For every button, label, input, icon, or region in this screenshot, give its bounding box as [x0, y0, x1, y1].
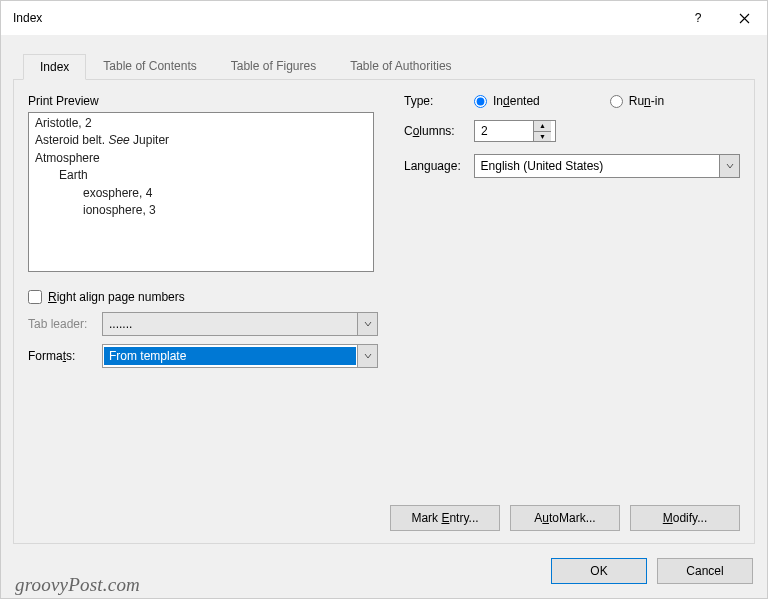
watermark: groovyPost.com — [15, 574, 140, 596]
spin-down-icon[interactable]: ▼ — [534, 132, 551, 142]
runin-radio[interactable] — [610, 95, 623, 108]
formats-label: Formats: — [28, 349, 102, 363]
modify-button[interactable]: Modify...Modify... — [630, 505, 740, 531]
indented-radio[interactable] — [474, 95, 487, 108]
columns-input[interactable] — [475, 121, 533, 141]
tab-panel-index: Print Preview Aristotle, 2 Asteroid belt… — [13, 79, 755, 544]
help-button[interactable]: ? — [675, 2, 721, 34]
tab-tof[interactable]: Table of Figures — [214, 53, 333, 79]
titlebar: Index ? — [1, 1, 767, 35]
columns-label: Columns: — [404, 124, 474, 138]
preview-line: Atmosphere — [35, 150, 367, 167]
index-dialog: Index ? Index Table of Contents Table of… — [0, 0, 768, 599]
right-align-row: RRight align page numbersight align page… — [28, 290, 378, 304]
preview-line: Earth — [35, 167, 367, 184]
preview-line: exosphere, 4 — [35, 185, 367, 202]
columns-spinner[interactable]: ▲ ▼ — [474, 120, 556, 142]
language-dropdown[interactable]: English (United States) — [474, 154, 740, 178]
tabstrip: Index Table of Contents Table of Figures… — [23, 53, 469, 79]
formats-row: Formats: Formats: From template — [28, 344, 378, 368]
chevron-down-icon — [357, 345, 377, 367]
dialog-footer: OK Cancel — [551, 558, 753, 584]
window-title: Index — [13, 11, 675, 25]
tab-leader-dropdown[interactable]: ....... — [102, 312, 378, 336]
tab-leader-label: Tab leader: — [28, 317, 102, 331]
runin-label: Run-in — [629, 94, 664, 108]
chevron-down-icon — [719, 155, 739, 177]
automark-button[interactable]: AutoMark...AutoMark... — [510, 505, 620, 531]
left-column: Print Preview Aristotle, 2 Asteroid belt… — [28, 94, 378, 368]
language-label: Language: — [404, 159, 474, 173]
formats-dropdown[interactable]: From template — [102, 344, 378, 368]
right-column: Type: Indented Indented Run-in Run-in Co… — [404, 94, 740, 190]
spin-up-icon[interactable]: ▲ — [534, 121, 551, 132]
tab-toa[interactable]: Table of Authorities — [333, 53, 468, 79]
close-button[interactable] — [721, 2, 767, 34]
type-label: Type: — [404, 94, 474, 108]
print-preview-box[interactable]: Aristotle, 2 Asteroid belt. See Jupiter … — [28, 112, 374, 272]
spinner-buttons: ▲ ▼ — [533, 121, 551, 141]
columns-row: Columns: Columns: ▲ ▼ — [404, 120, 740, 142]
tab-toc[interactable]: Table of Contents — [86, 53, 213, 79]
indented-label: Indented — [493, 94, 540, 108]
tab-leader-row: Tab leader: ....... — [28, 312, 378, 336]
preview-line: ionosphere, 3 — [35, 202, 367, 219]
preview-line: Asteroid belt. See Jupiter — [35, 132, 367, 149]
runin-radio-wrap[interactable]: Run-in Run-in — [610, 94, 664, 108]
formats-value: From template — [104, 347, 356, 365]
mark-entry-button[interactable]: Mark Entry...Mark Entry... — [390, 505, 500, 531]
preview-line: Aristotle, 2 — [35, 115, 367, 132]
right-align-label: RRight align page numbersight align page… — [48, 290, 185, 304]
type-row: Type: Indented Indented Run-in Run-in — [404, 94, 740, 108]
cancel-button[interactable]: Cancel — [657, 558, 753, 584]
tab-leader-value: ....... — [103, 317, 357, 331]
chevron-down-icon — [357, 313, 377, 335]
right-align-checkbox[interactable] — [28, 290, 42, 304]
tab-index[interactable]: Index — [23, 54, 86, 80]
language-value: English (United States) — [475, 159, 719, 173]
print-preview-label: Print Preview — [28, 94, 378, 108]
indented-radio-wrap[interactable]: Indented Indented — [474, 94, 540, 108]
panel-button-row: Mark Entry...Mark Entry... AutoMark...Au… — [390, 505, 740, 531]
ok-button[interactable]: OK — [551, 558, 647, 584]
language-row: Language: English (United States) — [404, 154, 740, 178]
dialog-content: Index Table of Contents Table of Figures… — [1, 35, 767, 598]
